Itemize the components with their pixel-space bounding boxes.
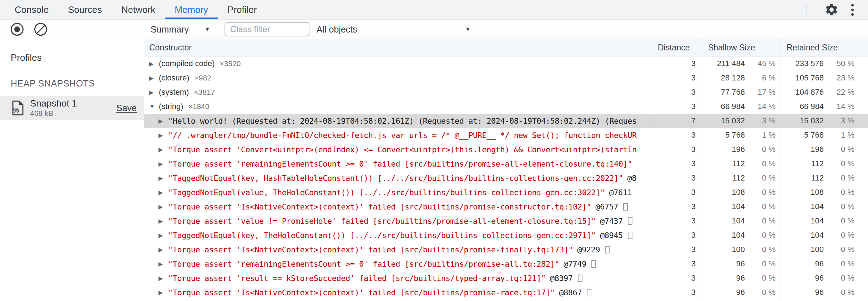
expand-arrow-icon[interactable]: ▶ — [158, 232, 168, 239]
table-row[interactable]: ▶ "TaggedNotEqual(key, TheHoleConstant()… — [144, 228, 868, 242]
retained-size-cell: 960 % — [781, 257, 868, 271]
tab-console[interactable]: Console — [5, 0, 58, 19]
shallow-size-cell: 1960 % — [702, 142, 781, 157]
distance-cell: 3 — [652, 242, 702, 257]
shallow-size-cell: 1040 % — [702, 199, 781, 214]
snapshot-toolbar: Summary ▼ All objects ▼ — [144, 20, 868, 39]
constructor-text: "TaggedNotEqual(value, TheHoleConstant()… — [168, 188, 605, 197]
expand-arrow-icon[interactable]: ▶ — [149, 89, 159, 96]
gear-icon — [824, 3, 839, 17]
expand-arrow-icon[interactable]: ▶ — [158, 118, 168, 124]
expand-arrow-icon[interactable]: ▶ — [158, 218, 168, 224]
tab-profiler[interactable]: Profiler — [218, 0, 266, 19]
expand-arrow-icon[interactable]: ▶ — [158, 175, 168, 182]
distance-cell: 3 — [652, 157, 702, 171]
expand-arrow-icon[interactable]: ▶ — [158, 203, 168, 210]
expand-arrow-icon[interactable]: ▶ — [158, 161, 168, 167]
expand-arrow-icon[interactable]: ▶ — [149, 60, 159, 67]
heap-snapshot-document-icon: % — [11, 100, 24, 116]
constructor-text: "// .wrangler/tmp/bundle-FmNIt0/checked-… — [168, 131, 637, 140]
distance-cell: 3 — [652, 285, 702, 300]
constructor-text: (system) — [159, 88, 189, 97]
expand-arrow-icon[interactable]: ▶ — [158, 132, 168, 139]
snapshot-list-item[interactable]: % Snapshot 1 468 kB Save — [0, 96, 144, 120]
table-row[interactable]: ▶ "Torque assert 'value != PromiseHole' … — [144, 214, 868, 228]
clear-profiles-button[interactable] — [34, 23, 47, 36]
reveal-box-icon — [591, 260, 596, 268]
distance-cell: 3 — [652, 128, 702, 142]
table-row[interactable]: ▶ "Torque assert 'remainingElementsCount… — [144, 157, 868, 171]
objects-scope-select[interactable]: All objects ▼ — [317, 24, 471, 35]
more-options-button[interactable] — [844, 2, 860, 18]
table-row[interactable]: ▶ "// .wrangler/tmp/bundle-FmNIt0/checke… — [144, 128, 868, 142]
reveal-box-icon — [628, 232, 632, 239]
table-row[interactable]: ▶ (system) ×3817 3 77 76817 % 104 87622 … — [144, 85, 868, 99]
expand-arrow-icon[interactable]: ▶ — [158, 261, 168, 267]
retained-size-cell: 960 % — [781, 271, 868, 285]
table-row[interactable]: ▶ "Torque assert 'Convert<uintptr>(endIn… — [144, 142, 868, 157]
retained-size-cell: 1120 % — [781, 171, 868, 185]
distance-cell: 3 — [652, 85, 702, 99]
expand-arrow-icon[interactable]: ▶ — [158, 146, 168, 153]
table-row[interactable]: ▶ "TaggedNotEqual(value, TheHoleConstant… — [144, 185, 868, 199]
distance-cell: 3 — [652, 71, 702, 85]
shallow-size-cell: 960 % — [702, 285, 781, 300]
retained-size-cell: 1120 % — [781, 157, 868, 171]
retained-size-cell: 960 % — [781, 285, 868, 300]
chevron-down-icon: ▼ — [465, 26, 471, 33]
column-header-retained-size[interactable]: Retained Size — [781, 39, 868, 56]
perspective-select[interactable]: Summary ▼ — [151, 24, 210, 35]
constructor-text: "Torque assert 'Convert<uintptr>(endInde… — [168, 145, 637, 154]
table-row[interactable]: ▶ (closure) ×982 3 28 1286 % 105 76823 % — [144, 71, 868, 85]
tab-bar-actions — [806, 0, 868, 19]
chevron-down-icon: ▼ — [205, 26, 210, 33]
save-snapshot-link[interactable]: Save — [116, 103, 137, 113]
retained-size-cell: 1040 % — [781, 199, 868, 214]
tab-memory[interactable]: Memory — [165, 0, 218, 19]
retained-size-cell: 1080 % — [781, 185, 868, 199]
record-heap-snapshot-button[interactable] — [11, 23, 24, 36]
distance-cell: 7 — [652, 114, 702, 128]
svg-text:%: % — [13, 106, 19, 114]
reveal-box-icon — [605, 246, 610, 253]
column-header-constructor[interactable]: Constructor — [144, 39, 652, 56]
constructor-text: (closure) — [159, 73, 190, 83]
retained-size-cell: 5 7681 % — [781, 128, 868, 142]
table-row[interactable]: ▼ (string) ×1840 3 66 98414 % 66 98414 % — [144, 99, 868, 114]
instance-count: ×982 — [195, 74, 211, 82]
class-filter-input[interactable] — [224, 22, 309, 36]
table-row[interactable]: ▶ "Torque assert 'remainingElementsCount… — [144, 257, 868, 271]
table-row[interactable]: ▶ "Torque assert 'Is<NativeContext>(cont… — [144, 242, 868, 257]
table-header: Constructor Distance Shallow Size Retain… — [144, 39, 868, 56]
distance-cell: 3 — [652, 257, 702, 271]
tab-sources[interactable]: Sources — [58, 0, 111, 19]
shallow-size-cell: 960 % — [702, 271, 781, 285]
profiles-toolbar — [0, 20, 144, 39]
table-row[interactable]: ▶ "Torque assert 'Is<NativeContext>(cont… — [144, 285, 868, 300]
tab-network[interactable]: Network — [112, 0, 165, 19]
object-id: @7749 — [564, 260, 586, 268]
constructor-text: "Torque assert 'value != PromiseHole' fa… — [168, 217, 596, 226]
table-row[interactable]: ▶ "Torque assert 'Is<NativeContext>(cont… — [144, 199, 868, 214]
shallow-size-cell: 1120 % — [702, 157, 781, 171]
distance-cell: 3 — [652, 199, 702, 214]
table-row[interactable]: ▶ "TaggedNotEqual(key, HashTableHoleCons… — [144, 171, 868, 185]
expand-arrow-icon[interactable]: ▼ — [149, 103, 159, 110]
expand-arrow-icon[interactable]: ▶ — [158, 275, 168, 282]
expand-arrow-icon[interactable]: ▶ — [149, 75, 159, 82]
shallow-size-cell: 28 1286 % — [702, 71, 781, 85]
column-header-distance[interactable]: Distance — [652, 39, 702, 56]
table-row[interactable]: ▶ (compiled code) ×3520 3 211 48445 % 23… — [144, 56, 868, 71]
table-filler — [144, 300, 868, 301]
expand-arrow-icon[interactable]: ▶ — [158, 246, 168, 253]
settings-button[interactable] — [824, 2, 839, 18]
column-header-shallow-size[interactable]: Shallow Size — [702, 39, 781, 56]
object-id: @9229 — [577, 245, 600, 254]
expand-arrow-icon[interactable]: ▶ — [158, 289, 168, 296]
reveal-box-icon — [623, 203, 628, 211]
table-row[interactable]: ▶ "Torque assert 'result == kStoreSucced… — [144, 271, 868, 285]
table-row[interactable]: ▶ "Hello world! (Requested at: 2024-08-1… — [144, 114, 868, 128]
expand-arrow-icon[interactable]: ▶ — [158, 189, 168, 196]
tab-bar-divider — [806, 4, 807, 15]
reveal-box-icon — [578, 275, 582, 282]
